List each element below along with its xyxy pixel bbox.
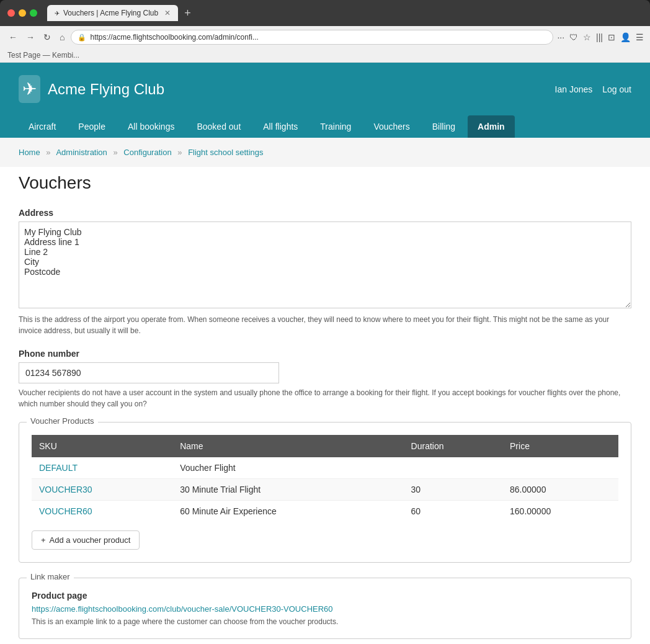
address-textarea[interactable]: My Flying Club Address line 1 Line 2 Cit… [19,221,631,308]
table-header-row: SKU Name Duration Price [32,435,618,457]
logo-icon-container: ✈ [19,75,40,103]
link-maker-panel: Link maker Product page https://acme.fli… [19,578,631,639]
header-auth: Ian Jones Log out [555,84,631,94]
breadcrumb-sep-2: » [113,148,117,157]
add-voucher-product-button[interactable]: + Add a voucher product [32,530,140,550]
tab-icon[interactable]: ⊡ [608,32,615,42]
tab-favicon-icon: ✈ [55,10,60,17]
tab-bar: ✈ Vouchers | Acme Flying Club ✕ + [47,5,643,21]
logout-link[interactable]: Log out [602,84,631,94]
add-voucher-label: Add a voucher product [50,535,131,545]
breadcrumb-sep-3: » [177,148,182,157]
browser-titlebar: ✈ Vouchers | Acme Flying Club ✕ + [0,5,650,26]
breadcrumb-sep-1: » [46,148,50,157]
breadcrumb-home[interactable]: Home [19,148,40,157]
phone-section: Phone number Voucher recipients do not h… [19,349,631,409]
nav-all-bookings[interactable]: All bookings [118,115,185,138]
col-price: Price [502,435,618,457]
security-icon: 🔒 [78,34,86,42]
bookmark-item[interactable]: Test Page — Kembi... [7,51,79,60]
sku-link-voucher60[interactable]: VOUCHER60 [39,506,92,516]
home-button[interactable]: ⌂ [57,31,67,43]
forward-button[interactable]: → [24,31,37,43]
collections-icon[interactable]: ||| [596,32,603,42]
duration-cell: 30 [404,479,502,501]
voucher-products-panel: Voucher Products SKU Name Duration Price [19,422,631,563]
name-cell: 60 Minute Air Experience [172,501,403,522]
main-nav: Aircraft People All bookings Booked out … [0,115,650,138]
product-page-help: This is an example link to a page where … [32,617,618,626]
overflow-menu-icon[interactable]: ··· [557,32,564,42]
duration-cell: 60 [404,501,502,522]
tab-title: Vouchers | Acme Flying Club [63,9,158,17]
reload-button[interactable]: ↻ [41,31,53,43]
product-page-link[interactable]: https://acme.flightschoolbooking.com/clu… [32,604,618,614]
bookmarks-bar: Test Page — Kembi... [0,48,650,63]
product-page-label: Product page [32,591,618,601]
plane-icon: ✈ [22,79,37,99]
browser-toolbar: ← → ↻ ⌂ 🔒 https://acme.flightschoolbooki… [0,26,650,48]
main-content: Vouchers Address My Flying Club Address … [0,167,650,644]
browser-chrome: ✈ Vouchers | Acme Flying Club ✕ + ← → ↻ … [0,0,650,63]
nav-aircraft[interactable]: Aircraft [19,115,66,138]
col-duration: Duration [404,435,502,457]
voucher-products-table: SKU Name Duration Price DEFAULT Voucher … [32,435,618,522]
nav-admin[interactable]: Admin [468,115,515,138]
sku-cell: VOUCHER60 [32,501,172,522]
nav-billing[interactable]: Billing [422,115,465,138]
link-maker-panel-title: Link maker [27,572,74,581]
sku-cell: DEFAULT [32,457,172,479]
breadcrumb-configuration[interactable]: Configuration [123,148,171,157]
sku-link-default[interactable]: DEFAULT [39,463,78,473]
price-cell: 86.00000 [502,479,618,501]
nav-training[interactable]: Training [310,115,361,138]
phone-input[interactable] [19,362,279,383]
bookmark-icon[interactable]: 🛡 [569,32,578,42]
active-tab[interactable]: ✈ Vouchers | Acme Flying Club ✕ [47,5,178,21]
breadcrumb-flight-school-settings[interactable]: Flight school settings [188,148,263,157]
star-icon[interactable]: ☆ [583,32,591,42]
close-button[interactable] [7,9,15,17]
address-label: Address [19,208,631,218]
toolbar-icons: ··· 🛡 ☆ ||| ⊡ 👤 ☰ [557,32,644,42]
url-display: https://acme.flightschoolbooking.com/adm… [90,33,546,42]
nav-booked-out[interactable]: Booked out [187,115,251,138]
sku-link-voucher30[interactable]: VOUCHER30 [39,485,92,494]
table-row: VOUCHER60 60 Minute Air Experience 60 16… [32,501,618,522]
col-sku: SKU [32,435,172,457]
table-row: VOUCHER30 30 Minute Trial Flight 30 86.0… [32,479,618,501]
table-row: DEFAULT Voucher Flight [32,457,618,479]
link-maker-content: Product page https://acme.flightschoolbo… [19,578,631,638]
breadcrumb-administration[interactable]: Administration [56,148,107,157]
minimize-button[interactable] [19,9,26,17]
back-button[interactable]: ← [6,31,20,43]
price-cell: 160.00000 [502,501,618,522]
add-icon: + [41,535,46,545]
new-tab-button[interactable]: + [180,6,195,21]
nav-people[interactable]: People [68,115,115,138]
page-wrapper: ✈ Acme Flying Club Ian Jones Log out Air… [0,63,650,644]
traffic-lights [7,9,37,17]
sku-cell: VOUCHER30 [32,479,172,501]
nav-all-flights[interactable]: All flights [253,115,308,138]
phone-help: Voucher recipients do not have a user ac… [19,387,631,409]
site-name: Acme Flying Club [48,81,164,98]
address-help: This is the address of the airport you o… [19,314,631,336]
breadcrumb: Home » Administration » Configuration » … [0,138,650,167]
username-display: Ian Jones [555,84,593,94]
site-logo: ✈ Acme Flying Club [19,75,164,103]
nav-vouchers[interactable]: Vouchers [363,115,419,138]
voucher-products-panel-title: Voucher Products [27,416,98,426]
address-bar[interactable]: 🔒 https://acme.flightschoolbooking.com/a… [71,30,553,45]
duration-cell [404,457,502,479]
menu-icon[interactable]: ☰ [636,32,644,42]
address-section: Address My Flying Club Address line 1 Li… [19,208,631,336]
profile-icon[interactable]: 👤 [620,32,631,42]
price-cell [502,457,618,479]
col-name: Name [172,435,403,457]
site-header: ✈ Acme Flying Club Ian Jones Log out [0,63,650,115]
tab-close-icon[interactable]: ✕ [164,9,171,17]
maximize-button[interactable] [30,9,37,17]
phone-label: Phone number [19,349,631,359]
page-title: Vouchers [19,173,631,193]
